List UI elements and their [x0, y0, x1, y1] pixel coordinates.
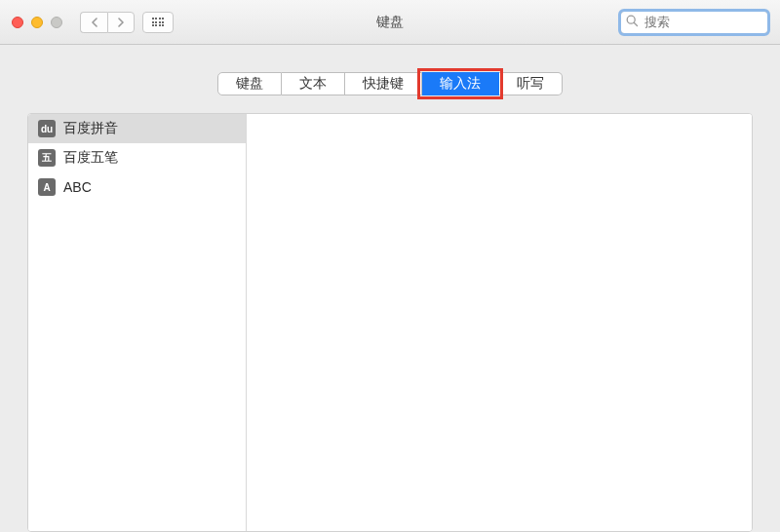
- window-title: 键盘: [376, 14, 404, 31]
- input-sources-panel: du 百度拼音 五 百度五笔 A ABC: [27, 113, 753, 532]
- search-input[interactable]: [620, 11, 768, 34]
- show-all-button[interactable]: [142, 12, 174, 33]
- window-controls: [12, 17, 62, 28]
- input-source-item-baidu-pinyin[interactable]: du 百度拼音: [28, 114, 246, 143]
- grid-icon: [152, 18, 165, 26]
- tab-input-sources[interactable]: 输入法: [422, 72, 499, 95]
- tab-text[interactable]: 文本: [282, 72, 345, 95]
- chevron-right-icon: [117, 18, 125, 27]
- window-titlebar: 键盘: [0, 0, 780, 45]
- input-source-icon: du: [38, 120, 56, 137]
- tab-shortcuts[interactable]: 快捷键: [345, 72, 422, 95]
- maximize-window-button[interactable]: [51, 17, 62, 28]
- nav-group: [80, 12, 174, 33]
- preference-tabs: 键盘 文本 快捷键 输入法 听写: [27, 72, 753, 95]
- input-source-label: 百度五笔: [63, 149, 118, 167]
- input-source-icon: 五: [38, 149, 56, 167]
- input-source-item-baidu-wubi[interactable]: 五 百度五笔: [28, 143, 246, 172]
- minimize-window-button[interactable]: [31, 17, 43, 28]
- tab-keyboard[interactable]: 键盘: [217, 72, 282, 95]
- forward-button[interactable]: [107, 12, 135, 33]
- tab-dictation[interactable]: 听写: [499, 72, 563, 95]
- input-source-item-abc[interactable]: A ABC: [28, 172, 246, 202]
- content-area: 键盘 文本 快捷键 输入法 听写 du 百度拼音 五 百度五笔 A ABC: [0, 45, 780, 532]
- back-button[interactable]: [80, 12, 107, 33]
- input-source-detail: [247, 114, 752, 531]
- input-source-icon: A: [38, 178, 56, 196]
- input-sources-list: du 百度拼音 五 百度五笔 A ABC: [28, 114, 247, 531]
- search-wrap: [620, 11, 768, 34]
- input-source-label: 百度拼音: [63, 120, 118, 137]
- close-window-button[interactable]: [12, 17, 23, 28]
- chevron-left-icon: [91, 18, 98, 27]
- input-source-label: ABC: [63, 179, 92, 195]
